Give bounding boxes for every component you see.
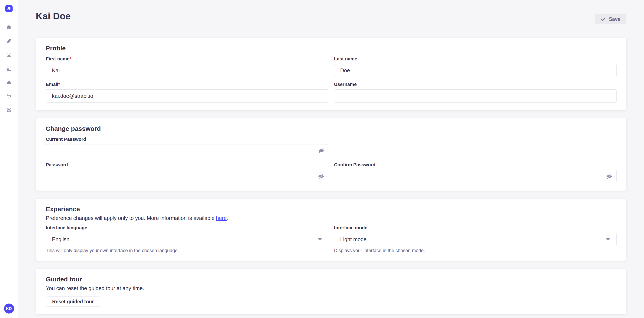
guided-tour-section-title: Guided tour xyxy=(46,276,616,283)
sidebar-item-settings[interactable] xyxy=(6,107,12,113)
toggle-current-password-visibility-button[interactable] xyxy=(317,147,326,155)
last-name-input[interactable] xyxy=(334,64,617,77)
sidebar-item-marketplace[interactable] xyxy=(6,93,12,99)
save-button-label: Save xyxy=(609,16,620,22)
user-avatar[interactable]: KD xyxy=(4,304,14,314)
layout-icon xyxy=(6,66,12,72)
email-label: Email* xyxy=(46,82,328,87)
last-name-field: Last name xyxy=(334,56,617,77)
more-information-link[interactable]: here xyxy=(216,215,226,221)
home-icon xyxy=(6,24,12,30)
interface-language-label: Interface language xyxy=(46,225,328,231)
password-input[interactable] xyxy=(46,170,328,183)
password-field: Password xyxy=(46,162,328,183)
email-input[interactable] xyxy=(46,89,328,103)
confirm-password-label: Confirm Password xyxy=(334,162,617,168)
cart-icon xyxy=(6,93,12,99)
guided-tour-card: Guided tour You can reset the guided tou… xyxy=(36,269,626,315)
first-name-input[interactable] xyxy=(46,64,328,77)
current-password-field: Current Password xyxy=(46,137,328,158)
sidebar-bottom: KD xyxy=(0,301,18,318)
sidebar-divider-bottom xyxy=(0,301,18,301)
eye-slash-icon xyxy=(318,148,324,154)
cloud-icon xyxy=(6,80,12,86)
interface-language-select[interactable]: English xyxy=(46,233,328,246)
sidebar: KD xyxy=(0,0,18,318)
strapi-logo[interactable] xyxy=(5,5,12,12)
change-password-section-title: Change password xyxy=(46,125,616,132)
feather-icon xyxy=(6,38,12,44)
strapi-logo-icon xyxy=(5,5,12,12)
sidebar-item-deploy[interactable] xyxy=(6,80,12,86)
current-password-input[interactable] xyxy=(46,144,328,158)
first-name-label: First name* xyxy=(46,56,328,62)
sidebar-item-content-type-builder[interactable] xyxy=(6,38,12,44)
last-name-label: Last name xyxy=(334,56,617,62)
experience-card: Experience Preference changes will apply… xyxy=(36,199,626,261)
change-password-card: Change password Current Password xyxy=(36,118,626,191)
eye-slash-icon xyxy=(318,173,324,180)
sidebar-item-content-manager[interactable] xyxy=(6,66,12,72)
interface-mode-value: Light mode xyxy=(340,236,367,242)
interface-mode-field: Interface mode Light mode Displays your … xyxy=(334,225,617,253)
toggle-confirm-password-visibility-button[interactable] xyxy=(605,172,614,180)
first-name-field: First name* xyxy=(46,56,328,77)
media-library-icon xyxy=(6,52,12,58)
page-title: Kai Doe xyxy=(36,11,71,21)
experience-description: Preference changes will apply only to yo… xyxy=(46,215,616,221)
experience-section-title: Experience xyxy=(46,205,616,213)
guided-tour-description: You can reset the guided tour at any tim… xyxy=(46,285,616,291)
sidebar-item-home[interactable] xyxy=(6,24,12,30)
chevron-down-icon xyxy=(606,238,610,241)
sidebar-nav xyxy=(6,24,12,113)
toggle-password-visibility-button[interactable] xyxy=(317,172,326,180)
interface-language-hint: This will only display your own interfac… xyxy=(46,248,328,253)
check-icon xyxy=(600,16,606,22)
interface-mode-select[interactable]: Light mode xyxy=(334,233,617,246)
eye-slash-icon xyxy=(606,173,613,180)
sidebar-item-media-library[interactable] xyxy=(6,52,12,58)
confirm-password-field: Confirm Password xyxy=(334,162,617,183)
username-field: Username xyxy=(334,82,617,103)
confirm-password-input[interactable] xyxy=(334,170,617,183)
experience-grid: Interface language English This will onl… xyxy=(46,225,616,253)
current-password-label: Current Password xyxy=(46,137,328,142)
password-label: Password xyxy=(46,162,328,168)
profile-section-title: Profile xyxy=(46,45,616,52)
interface-mode-hint: Displays your interface in the chosen mo… xyxy=(334,248,617,253)
required-asterisk: * xyxy=(58,82,60,87)
content: Profile First name* Last name Email* Use… xyxy=(36,38,626,315)
required-asterisk: * xyxy=(70,56,71,61)
main-area: Kai Doe Save Profile First name* Last na… xyxy=(18,0,644,318)
interface-mode-label: Interface mode xyxy=(334,225,617,231)
save-button[interactable]: Save xyxy=(595,14,626,24)
change-password-grid: Current Password Pass xyxy=(46,137,616,183)
profile-card: Profile First name* Last name Email* Use… xyxy=(36,38,626,110)
interface-language-field: Interface language English This will onl… xyxy=(46,225,328,253)
sidebar-divider-top xyxy=(0,18,18,18)
reset-guided-tour-button[interactable]: Reset guided tour xyxy=(46,297,100,307)
chevron-down-icon xyxy=(318,238,322,241)
interface-language-value: English xyxy=(52,236,70,242)
username-label: Username xyxy=(334,82,617,87)
profile-field-grid: First name* Last name Email* Username xyxy=(46,56,616,103)
email-field: Email* xyxy=(46,82,328,103)
username-input[interactable] xyxy=(334,89,617,103)
gear-icon xyxy=(6,107,12,113)
